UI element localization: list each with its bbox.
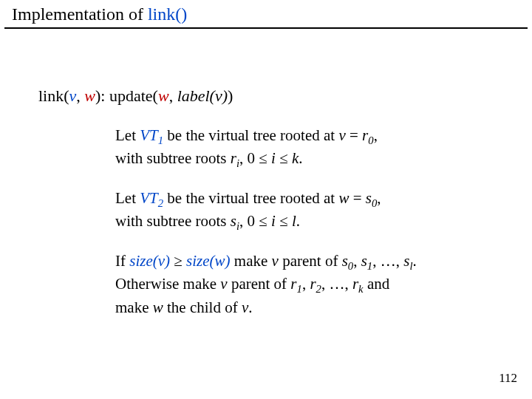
p3-r1-sub: 1 <box>297 284 302 296</box>
p3-size2: size(w) <box>186 252 231 270</box>
p2-dot: . <box>296 212 300 230</box>
p3-child: the child of <box>163 299 242 316</box>
p3-v1: v <box>272 252 279 270</box>
title-prefix: Implementation of <box>12 4 148 24</box>
p1-v: v <box>338 126 345 144</box>
sig-v: v <box>69 86 77 105</box>
p3-s0: s <box>342 252 348 270</box>
p2-vt-sub: 2 <box>158 197 163 209</box>
p2-eq: = <box>349 189 365 207</box>
sig-upd-comma: , <box>169 86 177 105</box>
p1-eq: = <box>346 126 362 144</box>
slide: Implementation of link() link(v, w): upd… <box>0 0 532 399</box>
p3-r2: r <box>310 275 316 293</box>
sig-comma: , <box>76 86 84 105</box>
p2-let: Let <box>115 189 140 207</box>
p1-ri: r <box>231 149 236 167</box>
p2-le: ≤ <box>276 212 292 230</box>
paragraph-vt1: Let VT1 be the virtual tree rooted at v … <box>115 125 502 171</box>
p2-comma: , <box>377 189 381 207</box>
p2-be: be the virtual tree rooted at <box>163 189 338 207</box>
p3-dots2: , …, <box>321 275 352 293</box>
sig-upd-w: w <box>158 86 169 105</box>
sig-close: ): <box>95 86 109 105</box>
paragraph-decision: If size(v) ≥ size(w) make v parent of s0… <box>115 250 502 318</box>
p3-dotA: . <box>412 252 416 270</box>
p3-parent2: parent of <box>228 275 291 293</box>
p2-s: s <box>366 189 372 207</box>
p3-r2-sub: 2 <box>316 284 321 296</box>
p2-w: w <box>338 189 349 207</box>
page-number: 112 <box>499 371 517 386</box>
p2-si: s <box>231 212 236 230</box>
p3-make1: make <box>231 252 272 270</box>
p3-c1: , <box>353 252 361 270</box>
p3-s1: s <box>361 252 367 270</box>
p1-vt-sub: 1 <box>158 134 163 146</box>
p1-le: ≤ <box>276 149 292 167</box>
sig-upd: update( <box>109 86 158 105</box>
link-signature: link(v, w): update(w, label(v)) <box>38 86 532 106</box>
p1-range: , 0 ≤ <box>239 149 271 167</box>
p1-vt: VT <box>140 126 158 144</box>
sig-fn: link <box>38 86 64 105</box>
p3-dotB: . <box>248 299 252 316</box>
p3-if: If <box>115 252 129 270</box>
p1-r-sub: 0 <box>368 134 373 146</box>
title-func: link() <box>148 4 187 24</box>
p2-range: , 0 ≤ <box>239 212 271 230</box>
p3-other: Otherwise make <box>115 275 220 293</box>
p3-dots1: , …, <box>372 252 403 270</box>
slide-title: Implementation of link() <box>4 0 528 29</box>
p3-v3: v <box>242 299 248 316</box>
p2-vt: VT <box>140 189 158 207</box>
sig-upd-close: ) <box>228 86 233 105</box>
p1-let: Let <box>115 126 140 144</box>
p3-size1: size(v) <box>129 252 170 270</box>
p1-line2a: with subtree roots <box>115 149 231 167</box>
p3-ge: ≥ <box>170 252 186 270</box>
p1-be: be the virtual tree rooted at <box>163 126 338 144</box>
sig-w: w <box>84 86 95 105</box>
p3-and: and <box>364 275 390 293</box>
p3-parent1: parent of <box>279 252 342 270</box>
p3-rk: r <box>352 275 358 293</box>
p3-c2: , <box>302 275 310 293</box>
p1-dot: . <box>299 149 302 167</box>
p3-v2: v <box>220 275 227 293</box>
p3-make2: make <box>115 299 153 316</box>
sig-label: label(v) <box>177 86 228 105</box>
p1-comma: , <box>374 126 378 144</box>
paragraph-vt2: Let VT2 be the virtual tree rooted at w … <box>115 188 502 234</box>
p3-w: w <box>153 299 163 316</box>
p3-r1: r <box>290 275 296 293</box>
p2-line2a: with subtree roots <box>115 212 231 230</box>
p1-k: k <box>292 149 299 167</box>
